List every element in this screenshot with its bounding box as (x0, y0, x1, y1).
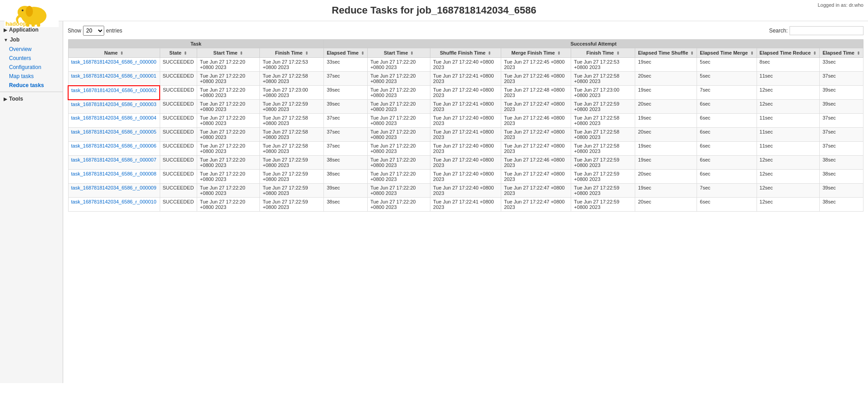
cell-elapsed_time: 37sec (324, 142, 368, 156)
cell-et_shuffle: 20sec (635, 170, 697, 184)
cell-shuffle_finish: Tue Jun 27 17:22:40 +0800 2023 (430, 58, 501, 72)
svg-rect-5 (26, 23, 29, 27)
cell-state: SUCCEEDED (160, 156, 197, 170)
cell-sa_start_time: Tue Jun 27 17:22:20 +0800 2023 (367, 184, 430, 198)
task-link[interactable]: task_1687818142034_6586_r_000010 (71, 199, 157, 204)
table-row: task_1687818142034_6586_r_000010SUCCEEDE… (68, 198, 863, 212)
et-reduce-sort-icon: ⇕ (813, 51, 817, 56)
cell-et_shuffle: 20sec (635, 128, 697, 142)
col-shuffle-finish[interactable]: Shuffle Finish Time ⇕ (430, 48, 501, 58)
cell-merge_finish: Tue Jun 27 17:22:47 +0800 2023 (501, 128, 571, 142)
cell-et_merge: 6sec (697, 128, 757, 142)
svg-rect-7 (37, 23, 40, 27)
main-content: Show 10 20 50 100 entries Search: Task S… (63, 21, 868, 383)
col-name[interactable]: Name ⇕ (68, 48, 160, 58)
cell-sa_start_time: Tue Jun 27 17:22:20 +0800 2023 (367, 142, 430, 156)
cell-name: task_1687818142034_6586_r_000006 (68, 142, 160, 156)
svg-point-3 (22, 9, 23, 11)
task-link[interactable]: task_1687818142034_6586_r_000003 (71, 102, 157, 107)
task-link[interactable]: task_1687818142034_6586_r_000007 (71, 157, 157, 162)
cell-sa_finish_time: Tue Jun 27 17:22:58 +0800 2023 (571, 72, 635, 86)
cell-et_shuffle: 20sec (635, 72, 697, 86)
entries-select[interactable]: 10 20 50 100 (83, 26, 104, 36)
cell-sa_finish_time: Tue Jun 27 17:22:58 +0800 2023 (571, 128, 635, 142)
search-input[interactable] (790, 26, 863, 35)
cell-shuffle_finish: Tue Jun 27 17:22:41 +0800 2023 (430, 72, 501, 86)
cell-start_time: Tue Jun 27 17:22:20 +0800 2023 (197, 142, 260, 156)
reduce-tasks-link[interactable]: Reduce tasks (9, 82, 44, 88)
cell-state: SUCCEEDED (160, 198, 197, 212)
cell-sa_finish_time: Tue Jun 27 17:23:00 +0800 2023 (571, 86, 635, 100)
table-row: task_1687818142034_6586_r_000003SUCCEEDE… (68, 100, 863, 114)
sidebar-job-header[interactable]: ▼ Job (0, 35, 63, 45)
sa-finish-sort-icon: ⇕ (616, 51, 620, 56)
job-arrow-icon: ▼ (4, 37, 8, 42)
cell-start_time: Tue Jun 27 17:22:20 +0800 2023 (197, 184, 260, 198)
sidebar-item-configuration[interactable]: Configuration (0, 63, 63, 72)
task-link[interactable]: task_1687818142034_6586_r_000001 (71, 73, 157, 79)
merge-sort-icon: ⇕ (557, 51, 561, 56)
task-link[interactable]: task_1687818142034_6586_r_000002 (71, 88, 157, 93)
task-link[interactable]: task_1687818142034_6586_r_000006 (71, 143, 157, 148)
cell-et_total: 39sec (820, 100, 863, 114)
cell-merge_finish: Tue Jun 27 17:22:47 +0800 2023 (501, 142, 571, 156)
cell-et_reduce: 12sec (757, 100, 820, 114)
sidebar-item-reduce-tasks[interactable]: Reduce tasks (0, 81, 63, 90)
page-title: Reduce Tasks for job_1687818142034_6586 (332, 5, 536, 16)
cell-finish_time: Tue Jun 27 17:22:59 +0800 2023 (260, 184, 324, 198)
tools-arrow-icon: ▶ (4, 97, 7, 102)
cell-et_total: 38sec (820, 198, 863, 212)
cell-name: task_1687818142034_6586_r_000002 (68, 86, 160, 100)
col-elapsed-time[interactable]: Elapsed Time ⇕ (324, 48, 368, 58)
cell-et_total: 39sec (820, 86, 863, 100)
svg-rect-6 (32, 23, 35, 27)
col-et-total[interactable]: Elapsed Time ⇕ (820, 48, 863, 58)
sidebar-item-overview[interactable]: Overview (0, 45, 63, 54)
configuration-link[interactable]: Configuration (9, 64, 41, 70)
col-et-merge[interactable]: Elapsed Time Merge ⇕ (697, 48, 757, 58)
cell-finish_time: Tue Jun 27 17:22:59 +0800 2023 (260, 170, 324, 184)
col-start-time[interactable]: Start Time ⇕ (197, 48, 260, 58)
cell-elapsed_time: 39sec (324, 184, 368, 198)
table-row: task_1687818142034_6586_r_000008SUCCEEDE… (68, 170, 863, 184)
col-et-reduce[interactable]: Elapsed Time Reduce ⇕ (757, 48, 820, 58)
cell-et_reduce: 8sec (757, 58, 820, 72)
cell-sa_finish_time: Tue Jun 27 17:22:59 +0800 2023 (571, 184, 635, 198)
sidebar-item-map-tasks[interactable]: Map tasks (0, 72, 63, 81)
cell-et_total: 37sec (820, 128, 863, 142)
col-et-shuffle[interactable]: Elapsed Time Shuffle ⇕ (635, 48, 697, 58)
col-sa-finish-time[interactable]: Finish Time ⇕ (571, 48, 635, 58)
cell-sa_finish_time: Tue Jun 27 17:22:59 +0800 2023 (571, 198, 635, 212)
cell-sa_start_time: Tue Jun 27 17:22:20 +0800 2023 (367, 58, 430, 72)
cell-sa_finish_time: Tue Jun 27 17:22:59 +0800 2023 (571, 170, 635, 184)
task-link[interactable]: task_1687818142034_6586_r_000005 (71, 129, 157, 134)
map-tasks-link[interactable]: Map tasks (9, 73, 34, 79)
table-row: task_1687818142034_6586_r_000002SUCCEEDE… (68, 86, 863, 100)
overview-link[interactable]: Overview (9, 46, 32, 52)
col-state[interactable]: State ⇕ (160, 48, 197, 58)
col-merge-finish[interactable]: Merge Finish Time ⇕ (501, 48, 571, 58)
task-link[interactable]: task_1687818142034_6586_r_000004 (71, 115, 157, 120)
counters-link[interactable]: Counters (9, 55, 31, 61)
task-link[interactable]: task_1687818142034_6586_r_000008 (71, 171, 157, 176)
cell-et_shuffle: 20sec (635, 100, 697, 114)
cell-start_time: Tue Jun 27 17:22:20 +0800 2023 (197, 58, 260, 72)
cell-start_time: Tue Jun 27 17:22:20 +0800 2023 (197, 156, 260, 170)
task-link[interactable]: task_1687818142034_6586_r_000000 (71, 59, 157, 65)
cell-name: task_1687818142034_6586_r_000007 (68, 156, 160, 170)
cell-et_shuffle: 20sec (635, 198, 697, 212)
cell-sa_finish_time: Tue Jun 27 17:22:58 +0800 2023 (571, 142, 635, 156)
cell-shuffle_finish: Tue Jun 27 17:22:40 +0800 2023 (430, 156, 501, 170)
show-label: Show (68, 28, 81, 34)
cell-et_reduce: 11sec (757, 72, 820, 86)
cell-start_time: Tue Jun 27 17:22:20 +0800 2023 (197, 128, 260, 142)
shuffle-sort-icon: ⇕ (488, 51, 491, 56)
cell-et_merge: 7sec (697, 86, 757, 100)
cell-finish_time: Tue Jun 27 17:22:53 +0800 2023 (260, 58, 324, 72)
col-sa-start-time[interactable]: Start Time ⇕ (367, 48, 430, 58)
sidebar-item-counters[interactable]: Counters (0, 54, 63, 63)
sidebar-tools-header[interactable]: ▶ Tools (0, 94, 63, 104)
col-finish-time[interactable]: Finish Time ⇕ (260, 48, 324, 58)
cell-et_shuffle: 19sec (635, 156, 697, 170)
task-link[interactable]: task_1687818142034_6586_r_000009 (71, 185, 157, 190)
